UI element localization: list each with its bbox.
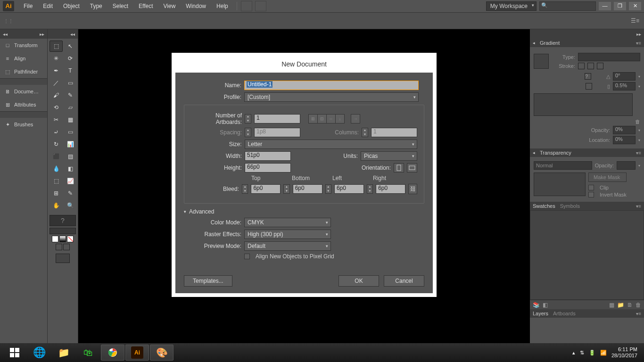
artboard-tool[interactable]: ⊞ [50, 188, 63, 199]
blend-mode-dropdown[interactable]: Normal [534, 161, 592, 170]
size-dropdown[interactable]: Letter [245, 140, 417, 149]
gradient-angle-input[interactable]: 0° [613, 72, 636, 81]
start-button[interactable] [3, 345, 26, 361]
menu-edit[interactable]: Edit [38, 1, 58, 11]
advanced-disclosure[interactable]: Advanced [184, 208, 424, 215]
gradient-opacity-input[interactable]: 0% [613, 126, 636, 134]
options-menu-icon[interactable]: ☰≡ [631, 17, 639, 24]
none-swatch[interactable] [67, 236, 74, 242]
taskbar-chrome[interactable] [101, 345, 124, 361]
collapse-icon[interactable]: ◂◂ [70, 32, 75, 37]
arrange-documents-icon[interactable] [255, 1, 266, 11]
taskbar-illustrator[interactable]: Ai [125, 345, 149, 361]
stroke-along-icon[interactable] [587, 63, 594, 69]
grid-by-row-icon[interactable]: ⊞ [308, 114, 318, 123]
menu-type[interactable]: Type [85, 1, 107, 11]
trash-icon[interactable]: 🗑 [635, 119, 640, 124]
bleed-link-button[interactable]: ⛓ [408, 184, 417, 194]
selection-tool[interactable]: ⬚ [50, 41, 63, 52]
layers-tab[interactable]: Layers [533, 311, 548, 316]
columns-input[interactable]: 1 [371, 128, 417, 137]
taskbar-paint[interactable]: 🎨 [150, 345, 173, 361]
menu-effect[interactable]: Effect [134, 1, 157, 11]
pencil-tool[interactable]: ✎ [64, 90, 77, 101]
stroke-across-icon[interactable] [597, 63, 603, 69]
rectangle-tool[interactable]: ▭ [64, 77, 77, 89]
gradient-tab-chevron-icon[interactable]: ◂ [533, 41, 535, 45]
height-input[interactable]: 66p0 [245, 163, 291, 173]
panel-transform[interactable]: □Transform [0, 39, 47, 52]
new-swatch-icon[interactable]: 🗎 [627, 302, 633, 308]
units-dropdown[interactable]: Picas [361, 151, 417, 161]
type-tool[interactable]: T [64, 65, 77, 76]
gradient-tab[interactable]: Gradient [540, 40, 560, 46]
taskbar-ie[interactable]: 🌐 [27, 345, 51, 361]
transparency-tab[interactable]: Transparency [540, 150, 571, 156]
spacing-input[interactable]: 1p8 [254, 128, 300, 137]
blend-tool[interactable]: ◧ [64, 163, 77, 174]
paintbrush-tool[interactable]: 🖌 [50, 90, 63, 101]
collapse-icon[interactable]: ▸▸ [40, 32, 44, 37]
panel-attributes[interactable]: ⊞Attributes [0, 98, 47, 111]
minimize-button[interactable]: — [599, 2, 611, 10]
shape-builder-tool[interactable]: ↻ [50, 139, 63, 150]
panel-menu-icon[interactable]: ▾≡ [636, 41, 641, 46]
panel-brushes[interactable]: ✦Brushes [0, 118, 47, 131]
free-transform-tool[interactable]: ▭ [64, 126, 77, 138]
scale-tool[interactable]: ▦ [64, 114, 77, 125]
swatch-options-icon[interactable]: ▦ [609, 302, 614, 308]
opacity-mask-thumb[interactable] [534, 173, 586, 196]
dropdown-icon[interactable]: ▾ [638, 74, 640, 79]
width-tool[interactable]: ⤾ [50, 126, 63, 138]
make-mask-button[interactable]: Make Mask [588, 173, 627, 182]
color-swatch[interactable] [52, 236, 58, 242]
eraser-tool[interactable]: ▱ [64, 102, 77, 113]
reverse-gradient-icon[interactable] [586, 83, 592, 90]
pen-tool[interactable]: ✒ [50, 65, 63, 76]
taskbar-explorer[interactable]: 📁 [52, 345, 75, 361]
direct-selection-tool[interactable]: ↖ [64, 41, 77, 52]
symbols-tab[interactable]: Symbols [560, 203, 580, 209]
columns-spinner[interactable]: ▲▼ [362, 128, 368, 137]
screen-mode-full[interactable] [63, 244, 70, 250]
bleed-top-spinner[interactable]: ▲▼ [242, 184, 248, 194]
hand-tool[interactable]: ✋ [50, 200, 63, 211]
menu-window[interactable]: Window [181, 1, 211, 11]
orientation-portrait-button[interactable] [394, 163, 404, 173]
spacing-spinner[interactable]: ▲▼ [245, 128, 251, 137]
workspace-switcher[interactable]: My Workspace [486, 1, 537, 11]
align-pixel-checkbox[interactable] [244, 254, 250, 259]
blob-brush-tool[interactable]: ⟲ [50, 102, 63, 113]
tray-volume-icon[interactable]: 📶 [600, 350, 607, 356]
mesh-tool[interactable]: ⬛ [50, 151, 63, 162]
maximize-button[interactable]: ❐ [614, 2, 626, 10]
line-tool[interactable]: ／ [50, 77, 63, 89]
panel-pathfinder[interactable]: ⬚Pathfinder [0, 65, 47, 78]
taskbar-clock[interactable]: 6:11 PM 28/10/2017 [611, 346, 641, 359]
panel-menu-icon[interactable]: ▾≡ [636, 204, 641, 209]
change-screen-mode[interactable] [56, 254, 70, 263]
gradient-tool[interactable]: ▤ [64, 151, 77, 162]
stroke-within-icon[interactable] [578, 63, 585, 69]
bleed-left-input[interactable]: 6p0 [334, 184, 364, 194]
gradient-aspect-input[interactable]: 0.5% [613, 82, 636, 90]
taskbar-store[interactable]: 🛍 [76, 345, 100, 361]
gradient-location-input[interactable]: 0% [613, 136, 636, 144]
column-graph-tool[interactable]: 📈 [64, 175, 77, 187]
swatches-body[interactable] [530, 210, 644, 300]
color-mode-row[interactable] [50, 228, 76, 234]
swatches-tab[interactable]: Swatches [533, 203, 555, 209]
menu-help[interactable]: Help [212, 1, 233, 11]
color-mode-dropdown[interactable]: CMYK [244, 218, 331, 227]
gradient-type-dropdown[interactable] [578, 53, 640, 61]
layout-direction-icon[interactable]: → [351, 114, 360, 123]
artboards-spinner[interactable]: ▲▼ [245, 114, 251, 123]
panel-document-info[interactable]: 🗎Docume… [0, 85, 47, 98]
symbol-sprayer-tool[interactable]: ⬚ [50, 175, 63, 187]
close-button[interactable]: ✕ [629, 2, 641, 10]
panel-menu-icon[interactable]: ▾≡ [636, 150, 641, 156]
artboards-input[interactable]: 1 [254, 114, 300, 123]
bleed-bottom-input[interactable]: 6p0 [293, 184, 322, 194]
tray-network-icon[interactable]: ⇅ [580, 350, 584, 356]
collapse-icon[interactable]: ◂◂ [3, 32, 8, 37]
